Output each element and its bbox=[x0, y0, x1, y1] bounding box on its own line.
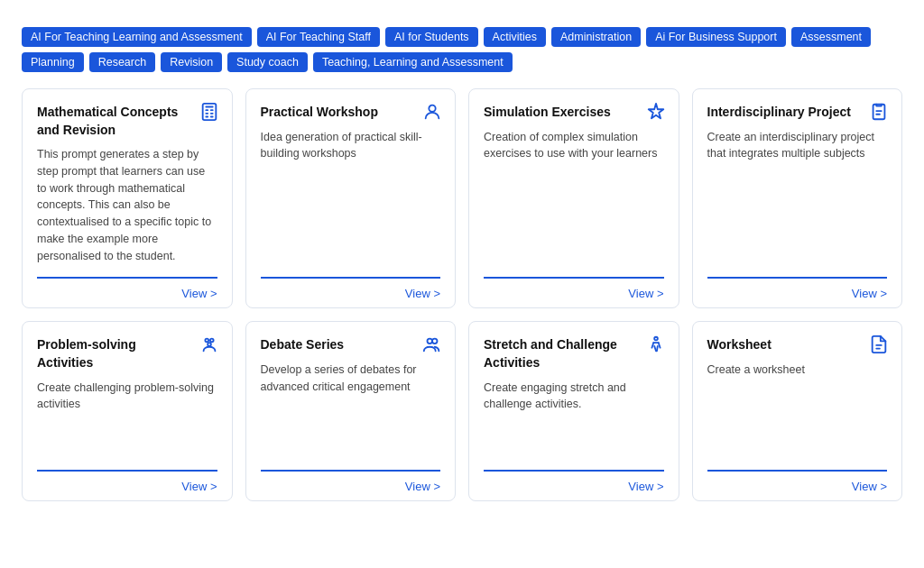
prompt-card: Practical WorkshopIdea generation of pra… bbox=[245, 88, 457, 308]
card-icon bbox=[869, 102, 889, 126]
svg-point-12 bbox=[205, 339, 208, 343]
prompt-card: Mathematical Concepts and RevisionThis p… bbox=[22, 88, 233, 308]
card-footer: View bbox=[707, 277, 888, 307]
prompt-card: WorksheetCreate a worksheetView bbox=[692, 321, 903, 501]
card-footer: View bbox=[261, 277, 441, 307]
card-view-link[interactable]: View bbox=[628, 287, 663, 300]
svg-point-16 bbox=[432, 339, 438, 344]
card-title: Worksheet bbox=[707, 336, 888, 354]
prompt-card: Problem-solving ActivitiesCreate challen… bbox=[22, 321, 233, 501]
card-description: Create an interdisciplinary project that… bbox=[707, 129, 888, 265]
card-title: Debate Series bbox=[261, 336, 441, 354]
svg-point-17 bbox=[654, 337, 658, 341]
card-description: Idea generation of practical skill-build… bbox=[261, 129, 441, 265]
prompt-card: Stretch and Challenge ActivitiesCreate e… bbox=[468, 321, 679, 501]
card-icon bbox=[869, 334, 889, 359]
filter-tag[interactable]: AI For Teaching Learning and Assessment bbox=[22, 27, 252, 47]
card-description: Create challenging problem-solving activ… bbox=[37, 380, 217, 458]
card-icon bbox=[422, 334, 442, 359]
card-view-link[interactable]: View bbox=[181, 287, 217, 300]
filter-tag[interactable]: Ai For Business Support bbox=[646, 27, 786, 47]
card-title: Interdisciplinary Project bbox=[707, 104, 888, 122]
filter-tag[interactable]: Activities bbox=[484, 27, 546, 47]
card-icon bbox=[422, 102, 442, 126]
card-title: Mathematical Concepts and Revision bbox=[37, 104, 217, 139]
card-view-link[interactable]: View bbox=[405, 287, 440, 300]
prompt-card: Simulation ExercisesCreation of complex … bbox=[468, 88, 679, 308]
card-view-link[interactable]: View bbox=[181, 480, 217, 493]
card-icon bbox=[199, 102, 219, 126]
card-view-link[interactable]: View bbox=[405, 480, 440, 493]
filter-tag[interactable]: AI for Students bbox=[385, 27, 478, 47]
filter-tag[interactable]: Revision bbox=[161, 52, 222, 72]
card-view-link[interactable]: View bbox=[852, 287, 887, 300]
card-icon bbox=[646, 334, 666, 359]
card-icon bbox=[199, 334, 219, 359]
card-footer: View bbox=[37, 277, 217, 307]
card-footer: View bbox=[484, 470, 664, 500]
card-footer: View bbox=[707, 470, 888, 500]
card-icon bbox=[646, 102, 666, 126]
card-description: Create a worksheet bbox=[707, 362, 888, 457]
filter-tag[interactable]: Study coach bbox=[227, 52, 308, 72]
card-description: Create engaging stretch and challenge ac… bbox=[484, 380, 664, 458]
svg-point-8 bbox=[429, 105, 435, 112]
card-title: Problem-solving Activities bbox=[37, 336, 217, 371]
card-view-link[interactable]: View bbox=[852, 480, 887, 493]
filter-tag[interactable]: AI For Teaching Staff bbox=[257, 27, 380, 47]
cards-grid: Mathematical Concepts and RevisionThis p… bbox=[22, 88, 902, 501]
card-view-link[interactable]: View bbox=[628, 480, 663, 493]
card-footer: View bbox=[37, 470, 217, 500]
filter-tag[interactable]: Assessment bbox=[791, 27, 871, 47]
filter-tag[interactable]: Planning bbox=[22, 52, 84, 72]
page-container: AI For Teaching Learning and AssessmentA… bbox=[0, 0, 924, 568]
svg-point-14 bbox=[208, 344, 211, 347]
card-title: Practical Workshop bbox=[261, 104, 441, 122]
card-footer: View bbox=[261, 470, 441, 500]
svg-point-13 bbox=[209, 339, 213, 343]
filters-container: AI For Teaching Learning and AssessmentA… bbox=[22, 27, 902, 72]
card-description: Develop a series of debates for advanced… bbox=[261, 362, 441, 457]
card-description: Creation of complex simulation exercises… bbox=[484, 129, 664, 265]
filter-tag[interactable]: Research bbox=[89, 52, 156, 72]
card-footer: View bbox=[484, 277, 664, 307]
card-description: This prompt generates a step by step pro… bbox=[37, 146, 217, 264]
card-title: Stretch and Challenge Activities bbox=[484, 336, 664, 371]
filter-tag[interactable]: Administration bbox=[551, 27, 641, 47]
prompt-card: Debate SeriesDevelop a series of debates… bbox=[245, 321, 457, 501]
card-title: Simulation Exercises bbox=[484, 104, 664, 122]
filter-tag[interactable]: Teaching, Learning and Assessment bbox=[313, 52, 513, 72]
prompt-card: Interdisciplinary ProjectCreate an inter… bbox=[692, 88, 903, 308]
